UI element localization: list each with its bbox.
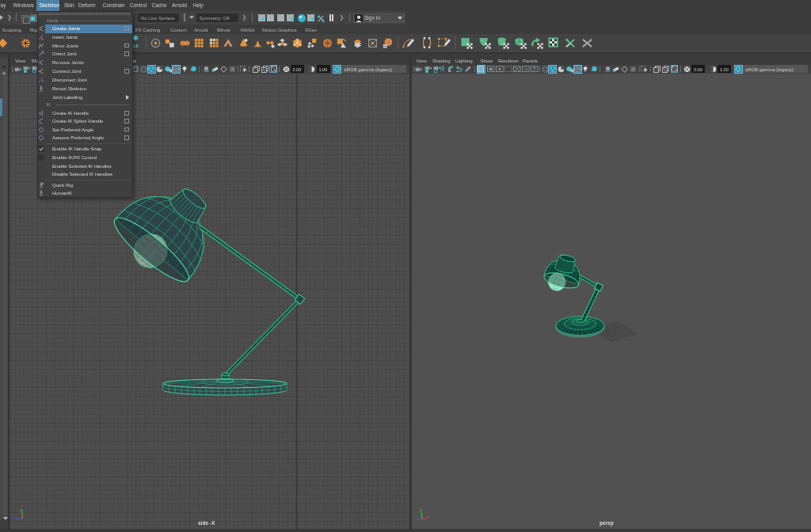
svg-text:z: z <box>417 515 419 520</box>
svg-text:y: y <box>420 507 423 512</box>
svg-text:z: z <box>13 514 15 519</box>
svg-text:x: x <box>426 514 429 519</box>
